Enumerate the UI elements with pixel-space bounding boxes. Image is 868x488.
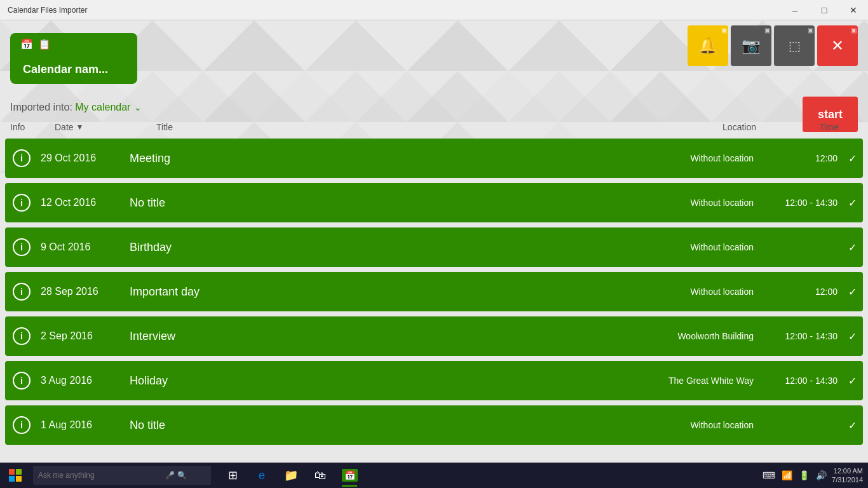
close-button[interactable]: ✕	[839, 0, 868, 20]
event-date-1: 12 Oct 2016	[41, 197, 130, 208]
store-icon: 🛍	[315, 469, 326, 482]
event-date-6: 1 Aug 2016	[41, 419, 130, 431]
taskbar-search: 🎤 🔍	[33, 466, 211, 485]
svg-rect-45	[9, 476, 15, 482]
event-check-1: ✓	[848, 197, 857, 209]
event-title-0: Meeting	[130, 152, 627, 165]
event-date-2: 9 Oct 2016	[41, 241, 130, 253]
svg-rect-44	[16, 469, 22, 475]
info-icon-4[interactable]: i	[13, 327, 31, 345]
event-time-5: 12:00 - 14:30	[766, 376, 855, 386]
taskbar-right: ⌨ 📶 🔋 🔊 12:00 AM 7/31/2014	[763, 466, 868, 485]
info-icon-0[interactable]: i	[13, 149, 31, 167]
info-icon-2[interactable]: i	[13, 238, 31, 256]
event-title-1: No title	[130, 196, 627, 210]
files-button[interactable]: 📁	[277, 463, 305, 488]
calendar-name[interactable]: My calendar	[75, 102, 130, 113]
sort-down-icon: ▼	[76, 123, 84, 132]
event-row[interactable]: i 1 Aug 2016 No title Without location ✓	[5, 405, 863, 445]
event-location-5: The Great White Way	[627, 376, 766, 386]
event-location-2: Without location	[627, 242, 766, 252]
col-header-location: Location	[629, 122, 769, 132]
event-location-4: Woolworth Building	[627, 331, 766, 341]
camera-corner: ▣	[764, 27, 770, 34]
svg-rect-46	[16, 476, 22, 482]
search-input[interactable]	[38, 471, 165, 480]
event-title-6: No title	[130, 419, 627, 432]
dropdown-arrow-icon[interactable]: ⌄	[134, 102, 142, 112]
store-button[interactable]: 🛍	[306, 463, 334, 488]
col-header-time: Time	[769, 122, 858, 132]
date-display: 7/31/2014	[832, 475, 863, 484]
event-row[interactable]: i 9 Oct 2016 Birthday Without location ✓	[5, 227, 863, 267]
calendar-btn-icons: 📅 📋	[20, 38, 51, 50]
camera-button[interactable]: 📷 ▣	[731, 25, 771, 66]
mic-icon: 🎤	[165, 471, 175, 480]
edge-icon: e	[259, 469, 265, 482]
maximize-button[interactable]: □	[810, 0, 839, 20]
col-header-info: Info	[10, 122, 55, 132]
event-time-4: 12:00 - 14:30	[766, 331, 855, 341]
event-row[interactable]: i 3 Aug 2016 Holiday The Great White Way…	[5, 361, 863, 400]
calendar-icon2: 📋	[38, 38, 51, 50]
taskbar-apps: ⊞ e 📁 🛍 📅	[219, 463, 363, 488]
info-icon-6[interactable]: i	[13, 416, 31, 434]
event-location-0: Without location	[627, 153, 766, 163]
calendar-taskbar-icon: 📅	[342, 469, 358, 482]
event-row[interactable]: i 2 Sep 2016 Interview Woolworth Buildin…	[5, 316, 863, 356]
edge-button[interactable]: e	[248, 463, 276, 488]
event-title-2: Birthday	[130, 241, 627, 254]
action-buttons: 🔔 ▣ 📷 ▣ ⬚ ▣ ✕ ▣	[688, 25, 858, 66]
minimize-button[interactable]: –	[780, 0, 810, 20]
close-x-icon: ✕	[831, 37, 844, 55]
title-bar-text: Calendar Files Importer	[8, 6, 87, 15]
volume-icon: 🔊	[816, 470, 827, 480]
start-menu-button[interactable]	[0, 463, 31, 488]
info-icon-3[interactable]: i	[13, 283, 31, 301]
event-title-4: Interview	[130, 330, 627, 343]
calendar-icon: 📅	[20, 38, 33, 50]
event-time-0: 12:00	[766, 153, 855, 163]
event-date-5: 3 Aug 2016	[41, 375, 130, 386]
calendar-button-label: Calendar nam...	[23, 63, 108, 76]
event-check-6: ✓	[848, 419, 857, 431]
event-row[interactable]: i 12 Oct 2016 No title Without location …	[5, 183, 863, 222]
event-check-0: ✓	[848, 152, 857, 165]
table-header: Info Date ▼ Title Location Time	[0, 116, 868, 139]
calendar-button[interactable]: 📅 📋 Calendar nam...	[10, 33, 137, 84]
battery-icon: 🔋	[799, 470, 810, 480]
calendar-app-button[interactable]: 📅	[336, 463, 363, 488]
taskbar-time: 12:00 AM 7/31/2014	[832, 466, 863, 485]
header: 📅 📋 Calendar nam... 🔔 ▣ 📷 ▣ ⬚ ▣ ✕ ▣	[0, 20, 868, 97]
event-location-3: Without location	[627, 287, 766, 297]
event-check-4: ✓	[848, 330, 857, 342]
notifications-corner: ▣	[721, 27, 727, 34]
info-icon-1[interactable]: i	[13, 194, 31, 212]
screenshot-button[interactable]: ⬚ ▣	[774, 25, 815, 66]
event-check-5: ✓	[848, 375, 857, 387]
task-view-button[interactable]: ⊞	[219, 463, 247, 488]
title-bar-controls: – □ ✕	[780, 0, 868, 20]
camera-icon: 📷	[742, 37, 761, 55]
event-date-3: 28 Sep 2016	[41, 286, 130, 297]
event-location-1: Without location	[627, 198, 766, 208]
event-time-1: 12:00 - 14:30	[766, 198, 855, 208]
event-check-2: ✓	[848, 241, 857, 254]
svg-rect-43	[9, 469, 15, 475]
folder-icon: 📁	[284, 468, 298, 482]
event-title-3: Important day	[130, 285, 627, 299]
event-date-4: 2 Sep 2016	[41, 330, 130, 342]
imported-into-label: Imported into:	[10, 102, 72, 113]
event-date-0: 29 Oct 2016	[41, 152, 130, 164]
import-section: Imported into: My calendar ⌄ start	[0, 97, 868, 116]
close-app-button[interactable]: ✕ ▣	[817, 25, 858, 66]
taskbar-right-icons: ⌨ 📶 🔋 🔊	[763, 470, 827, 480]
event-row[interactable]: i 28 Sep 2016 Important day Without loca…	[5, 272, 863, 311]
info-icon-5[interactable]: i	[13, 372, 31, 390]
time-display: 12:00 AM	[832, 466, 863, 475]
notifications-button[interactable]: 🔔 ▣	[688, 25, 728, 66]
event-row[interactable]: i 29 Oct 2016 Meeting Without location 1…	[5, 139, 863, 178]
screenshot-icon: ⬚	[789, 38, 801, 53]
event-check-3: ✓	[848, 286, 857, 298]
col-header-date[interactable]: Date ▼	[55, 122, 156, 132]
